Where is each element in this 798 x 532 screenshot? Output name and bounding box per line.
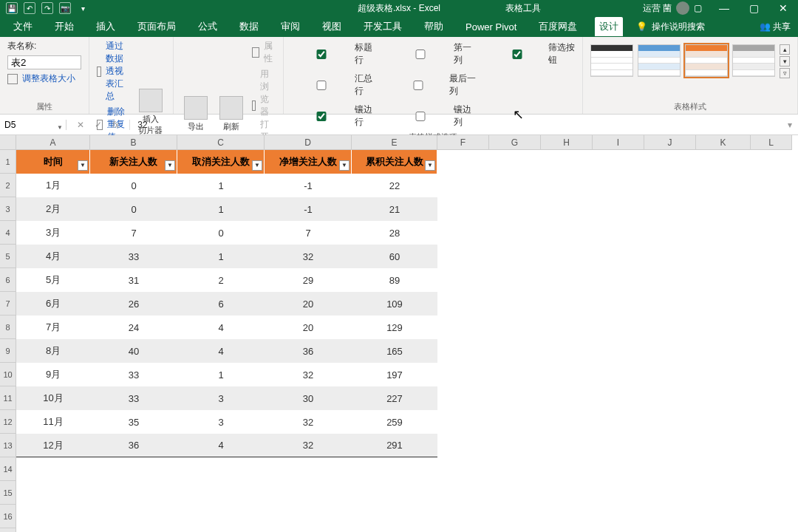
row-header[interactable]: 6 xyxy=(0,268,16,292)
table-cell[interactable]: 109 xyxy=(352,292,437,316)
close-button[interactable]: ✕ xyxy=(768,0,798,16)
table-cell[interactable]: 2月 xyxy=(16,197,90,221)
row-header[interactable]: 15 xyxy=(0,481,16,505)
table-cell[interactable]: 32 xyxy=(265,363,352,386)
table-cell[interactable]: 40 xyxy=(90,339,177,363)
table-cell[interactable]: -1 xyxy=(265,174,352,197)
summarize-pivot-button[interactable]: 通过数据透视表汇总 xyxy=(97,40,129,103)
header-row-checkbox[interactable]: 标题行 xyxy=(291,40,377,68)
tab-insert[interactable]: 插入 xyxy=(92,17,120,36)
column-header[interactable]: J xyxy=(644,135,696,150)
filter-dropdown-icon[interactable]: ▼ xyxy=(339,160,349,171)
select-all-corner[interactable] xyxy=(0,135,16,150)
save-icon[interactable]: 💾 xyxy=(6,2,18,14)
column-header[interactable]: D xyxy=(265,135,352,150)
table-cell[interactable]: 9月 xyxy=(16,363,90,386)
filter-dropdown-icon[interactable]: ▼ xyxy=(252,160,262,171)
table-cell[interactable]: 35 xyxy=(90,410,177,434)
table-cell[interactable]: 24 xyxy=(90,316,177,339)
qat-dropdown-icon[interactable]: ▾ xyxy=(77,2,89,14)
table-cell[interactable]: 31 xyxy=(90,268,177,292)
redo-icon[interactable]: ↷ xyxy=(41,2,53,14)
table-cell[interactable]: 3月 xyxy=(16,221,90,245)
table-cell[interactable]: 32 xyxy=(265,245,352,268)
table-cell[interactable]: 12月 xyxy=(16,434,90,457)
row-header[interactable]: 9 xyxy=(0,339,16,363)
table-cell[interactable]: 20 xyxy=(265,316,352,339)
table-style-preview[interactable] xyxy=(590,44,633,77)
table-cell[interactable]: -1 xyxy=(265,197,352,221)
filter-dropdown-icon[interactable]: ▼ xyxy=(425,160,435,171)
table-cell[interactable]: 1 xyxy=(177,363,265,386)
row-header[interactable]: 3 xyxy=(0,197,16,221)
tab-dev[interactable]: 开发工具 xyxy=(359,17,406,36)
row-header[interactable]: 13 xyxy=(0,434,16,457)
table-cell[interactable]: 4 xyxy=(177,316,265,339)
formula-bar[interactable]: 32 xyxy=(129,120,777,130)
column-header[interactable]: F xyxy=(437,135,489,150)
table-cell[interactable]: 30 xyxy=(265,386,352,410)
column-header[interactable]: H xyxy=(541,135,593,150)
table-cell[interactable]: 21 xyxy=(352,197,437,221)
tab-review[interactable]: 审阅 xyxy=(276,17,304,36)
row-header[interactable]: 17 xyxy=(0,528,16,532)
tab-formula[interactable]: 公式 xyxy=(194,17,222,36)
column-header[interactable]: I xyxy=(593,135,644,150)
row-header[interactable]: 2 xyxy=(0,174,16,197)
column-header[interactable]: B xyxy=(90,135,177,150)
table-name-input[interactable] xyxy=(7,55,81,69)
worksheet[interactable]: ABCDEFGHIJKL 123456789101112131415161718… xyxy=(0,135,798,532)
table-cell[interactable]: 33 xyxy=(90,386,177,410)
table-cell[interactable]: 0 xyxy=(90,197,177,221)
resize-table-button[interactable]: 调整表格大小 xyxy=(7,72,81,85)
tab-help[interactable]: 帮助 xyxy=(420,17,448,36)
row-header[interactable]: 4 xyxy=(0,221,16,245)
camera-icon[interactable]: 📷 xyxy=(59,2,71,14)
tab-file[interactable]: 文件 xyxy=(9,17,37,36)
row-header[interactable]: 12 xyxy=(0,410,16,434)
table-cell[interactable]: 129 xyxy=(352,316,437,339)
table-cell[interactable]: 29 xyxy=(265,268,352,292)
table-cell[interactable]: 3 xyxy=(177,386,265,410)
table-cell[interactable]: 8月 xyxy=(16,339,90,363)
table-cell[interactable]: 20 xyxy=(265,292,352,316)
table-cell[interactable]: 227 xyxy=(352,386,437,410)
table-cell[interactable]: 1 xyxy=(177,197,265,221)
table-cell[interactable]: 1 xyxy=(177,245,265,268)
table-cell[interactable]: 11月 xyxy=(16,410,90,434)
table-cell[interactable]: 36 xyxy=(265,339,352,363)
row-header[interactable]: 7 xyxy=(0,292,16,316)
last-col-checkbox[interactable]: 最后一列 xyxy=(390,71,476,99)
table-cell[interactable]: 32 xyxy=(265,434,352,457)
table-cell[interactable]: 32 xyxy=(265,410,352,434)
row-header[interactable]: 5 xyxy=(0,245,16,268)
tell-me[interactable]: 💡 操作说明搜索 xyxy=(636,21,705,33)
filter-dropdown-icon[interactable]: ▼ xyxy=(165,160,175,171)
filter-dropdown-icon[interactable]: ▼ xyxy=(78,160,88,171)
filter-button-checkbox[interactable]: 筛选按钮 xyxy=(489,40,575,68)
tab-home[interactable]: 开始 xyxy=(50,17,78,36)
table-cell[interactable]: 22 xyxy=(352,174,437,197)
table-cell[interactable]: 291 xyxy=(352,434,437,457)
column-header[interactable]: L xyxy=(751,135,792,150)
table-cell[interactable]: 33 xyxy=(90,245,177,268)
cells-area[interactable]: 时间▼新关注人数▼取消关注人数▼净增关注人数▼累积关注人数▼1月01-1222月… xyxy=(16,150,437,457)
column-header[interactable]: A xyxy=(16,135,90,150)
chevron-down-icon[interactable]: ▼ xyxy=(57,124,63,131)
table-cell[interactable]: 33 xyxy=(90,363,177,386)
table-style-preview[interactable] xyxy=(638,44,681,77)
table-header-cell[interactable]: 新关注人数▼ xyxy=(90,150,177,174)
ribbon-display-icon[interactable]: ▢ xyxy=(694,3,702,13)
table-cell[interactable]: 1月 xyxy=(16,174,90,197)
table-style-preview[interactable] xyxy=(732,44,775,77)
table-cell[interactable]: 6 xyxy=(177,292,265,316)
column-header[interactable]: E xyxy=(352,135,437,150)
tab-powerpivot[interactable]: Power Pivot xyxy=(461,18,521,35)
table-cell[interactable]: 7月 xyxy=(16,316,90,339)
table-cell[interactable]: 197 xyxy=(352,363,437,386)
tab-baidu[interactable]: 百度网盘 xyxy=(534,17,582,36)
table-cell[interactable]: 165 xyxy=(352,339,437,363)
name-box[interactable]: ▼ xyxy=(0,120,66,130)
table-cell[interactable]: 7 xyxy=(90,221,177,245)
table-cell[interactable]: 6月 xyxy=(16,292,90,316)
